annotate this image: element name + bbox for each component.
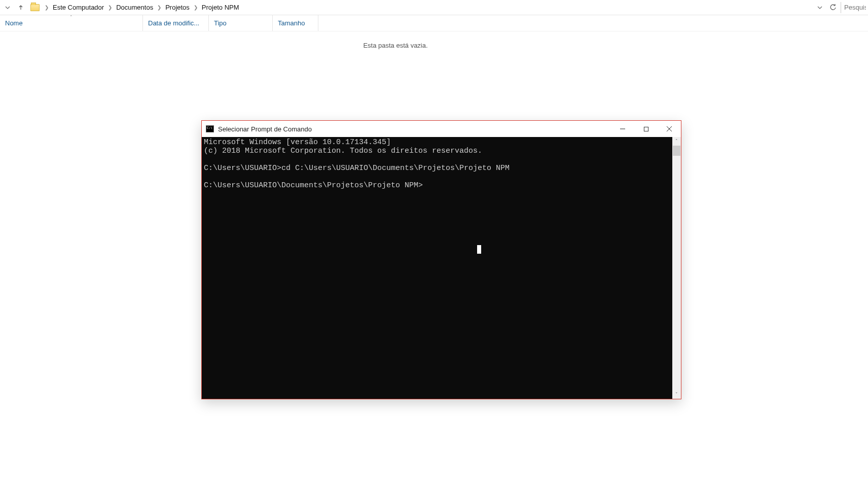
search-input[interactable]: Pesquisa (841, 2, 866, 13)
scroll-down-icon[interactable]: ˅ (675, 390, 678, 399)
column-header-row: ˄ Nome Data de modific... Tipo Tamanho (0, 15, 868, 31)
chevron-right-icon: ❯ (156, 5, 162, 10)
column-header-size[interactable]: Tamanho (273, 15, 318, 31)
window-titlebar[interactable]: Selecionar Prompt de Comando (202, 121, 681, 137)
breadcrumb-item[interactable]: Projeto NPM (200, 3, 241, 12)
scrollbar[interactable]: ˄ ˅ (672, 137, 681, 399)
cmd-icon (206, 125, 214, 132)
minimize-button[interactable] (611, 121, 634, 137)
maximize-button[interactable] (634, 121, 658, 137)
folder-icon (30, 4, 40, 11)
terminal-line: C:\Users\USUARIO>cd C:\Users\USUARIO\Doc… (204, 164, 510, 173)
chevron-right-icon: ❯ (193, 5, 199, 10)
chevron-right-icon: ❯ (44, 5, 50, 10)
terminal-line: (c) 2018 Microsoft Corporation. Todos os… (204, 147, 482, 155)
breadcrumb-item[interactable]: Documentos (114, 3, 155, 12)
chevron-right-icon: ❯ (107, 5, 113, 10)
column-header-date[interactable]: Data de modific... (143, 15, 209, 31)
sort-ascending-icon: ˄ (70, 15, 73, 20)
scroll-thumb[interactable] (673, 146, 680, 156)
svg-rect-1 (644, 127, 648, 131)
terminal-line: Microsoft Windows [versão 10.0.17134.345… (204, 138, 391, 147)
close-button[interactable] (658, 121, 681, 137)
terminal-line: C:\Users\USUARIO\Documents\Projetos\Proj… (204, 181, 423, 190)
breadcrumb-item[interactable]: Este Computador (51, 3, 106, 12)
command-prompt-window: Selecionar Prompt de Comando Microsoft W… (201, 120, 681, 399)
refresh-button[interactable] (827, 2, 839, 13)
terminal-output[interactable]: Microsoft Windows [versão 10.0.17134.345… (202, 137, 672, 399)
terminal-cursor (477, 245, 481, 254)
address-bar: ❯ Este Computador ❯ Documentos ❯ Projeto… (0, 0, 868, 15)
breadcrumb: ❯ Este Computador ❯ Documentos ❯ Projeto… (44, 3, 812, 12)
address-dropdown-icon[interactable] (814, 2, 825, 13)
breadcrumb-item[interactable]: Projetos (163, 3, 192, 12)
empty-folder-message: Esta pasta está vazia. (0, 42, 791, 49)
scroll-up-icon[interactable]: ˄ (675, 137, 678, 146)
window-title: Selecionar Prompt de Comando (218, 125, 611, 133)
column-header-type[interactable]: Tipo (209, 15, 273, 31)
history-dropdown-icon[interactable] (2, 2, 13, 13)
nav-up-button[interactable] (15, 2, 26, 13)
